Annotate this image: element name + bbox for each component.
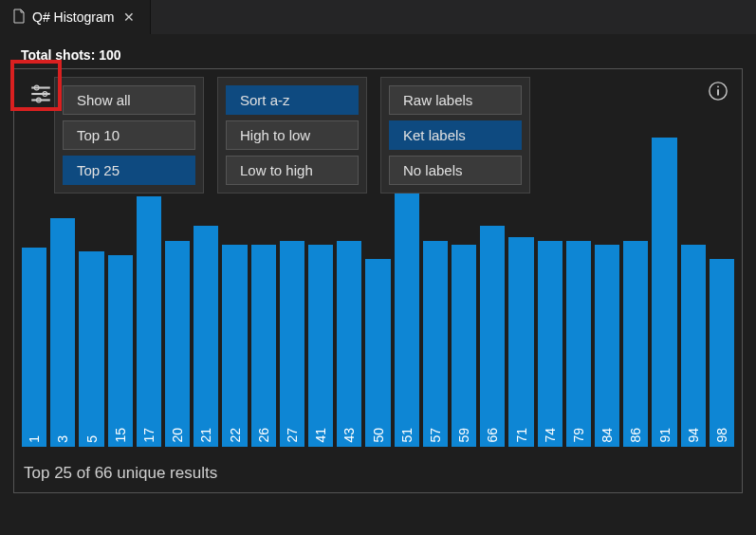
histogram-bar[interactable]: 3 <box>50 218 75 447</box>
filter-group-count: Show allTop 10Top 25 <box>54 77 204 194</box>
filter-sort-option-2[interactable]: Low to high <box>226 156 359 185</box>
histogram-bar[interactable]: 98 <box>710 259 734 447</box>
histogram-bar[interactable]: 91 <box>652 138 676 447</box>
filter-sort-option-0[interactable]: Sort a-z <box>226 85 359 115</box>
bar-label: 1 <box>27 432 42 447</box>
filter-count-option-2[interactable]: Top 25 <box>63 156 195 185</box>
histogram-bar[interactable]: 94 <box>681 245 706 447</box>
filter-count-option-1[interactable]: Top 10 <box>63 120 195 150</box>
histogram-bar[interactable]: 41 <box>308 245 333 447</box>
bar-label: 94 <box>686 424 701 447</box>
bar-label: 15 <box>113 424 128 447</box>
bar-label: 71 <box>514 424 529 447</box>
filter-labels-option-0[interactable]: Raw labels <box>389 85 522 115</box>
filter-labels-option-1[interactable]: Ket labels <box>389 120 522 150</box>
bar-label: 86 <box>628 424 643 447</box>
histogram-bar[interactable]: 26 <box>251 245 276 447</box>
histogram-bar[interactable]: 59 <box>452 245 476 447</box>
tab-qsharp-histogram[interactable]: Q# Histogram ✕ <box>0 0 151 34</box>
histogram-bar[interactable]: 15 <box>108 255 133 447</box>
bar-label: 57 <box>428 424 443 447</box>
filter-group-sort: Sort a-zHigh to lowLow to high <box>217 77 367 194</box>
histogram-bar[interactable]: 20 <box>165 241 190 447</box>
bar-label: 43 <box>341 424 357 447</box>
bar-label: 84 <box>599 424 615 447</box>
bar-label: 5 <box>84 432 100 447</box>
tab-bar: Q# Histogram ✕ <box>0 0 756 34</box>
histogram-bar[interactable]: 86 <box>623 241 648 447</box>
histogram-bar[interactable]: 51 <box>395 193 419 447</box>
filter-labels-option-2[interactable]: No labels <box>389 156 522 185</box>
bar-label: 20 <box>170 424 185 447</box>
summary-text: Top 25 of 66 unique results <box>24 464 217 483</box>
histogram-bar[interactable]: 43 <box>337 241 361 447</box>
histogram-bar[interactable]: 17 <box>137 196 161 447</box>
bar-label: 91 <box>657 424 673 447</box>
filter-sort-option-1[interactable]: High to low <box>226 120 359 150</box>
bar-label: 59 <box>456 424 471 447</box>
bar-label: 66 <box>485 424 500 447</box>
bar-label: 79 <box>571 424 586 447</box>
filter-panel: Show allTop 10Top 25 Sort a-zHigh to low… <box>54 77 530 194</box>
bar-label: 51 <box>399 424 415 447</box>
histogram-bar[interactable]: 22 <box>222 245 247 447</box>
histogram-bar[interactable]: 50 <box>365 259 390 447</box>
histogram-bar[interactable]: 66 <box>480 226 505 447</box>
tab-title: Q# Histogram <box>32 9 114 25</box>
histogram-bar[interactable]: 21 <box>194 226 218 447</box>
bar-label: 17 <box>141 424 157 447</box>
chart-container: Show allTop 10Top 25 Sort a-zHigh to low… <box>13 68 743 493</box>
content-area: Total shots: 100 Show allTop 10Top 25 So… <box>0 34 756 493</box>
total-shots-label: Total shots: 100 <box>13 47 743 63</box>
bar-label: 27 <box>285 424 300 447</box>
filter-count-option-0[interactable]: Show all <box>63 85 195 115</box>
close-icon[interactable]: ✕ <box>120 8 138 27</box>
bar-label: 22 <box>228 424 243 447</box>
bar-label: 50 <box>371 424 386 447</box>
histogram-bar[interactable]: 84 <box>595 245 619 447</box>
filter-settings-button[interactable] <box>22 77 60 111</box>
histogram-bar[interactable]: 71 <box>508 237 533 447</box>
bar-label: 98 <box>714 424 729 447</box>
histogram-bar[interactable]: 79 <box>566 241 591 447</box>
bar-label: 3 <box>55 432 70 447</box>
histogram-bar[interactable]: 27 <box>280 241 304 447</box>
histogram-bar[interactable]: 57 <box>423 241 448 447</box>
bar-label: 21 <box>198 424 213 447</box>
bar-label: 74 <box>543 424 558 447</box>
filter-group-labels: Raw labelsKet labelsNo labels <box>380 77 530 194</box>
file-icon <box>11 9 27 27</box>
bar-label: 41 <box>313 424 328 447</box>
histogram-bar[interactable]: 5 <box>79 251 103 447</box>
sliders-icon <box>28 82 53 106</box>
histogram-bar[interactable]: 74 <box>538 241 562 447</box>
bar-label: 26 <box>256 424 271 447</box>
histogram-bar[interactable]: 1 <box>22 248 46 447</box>
